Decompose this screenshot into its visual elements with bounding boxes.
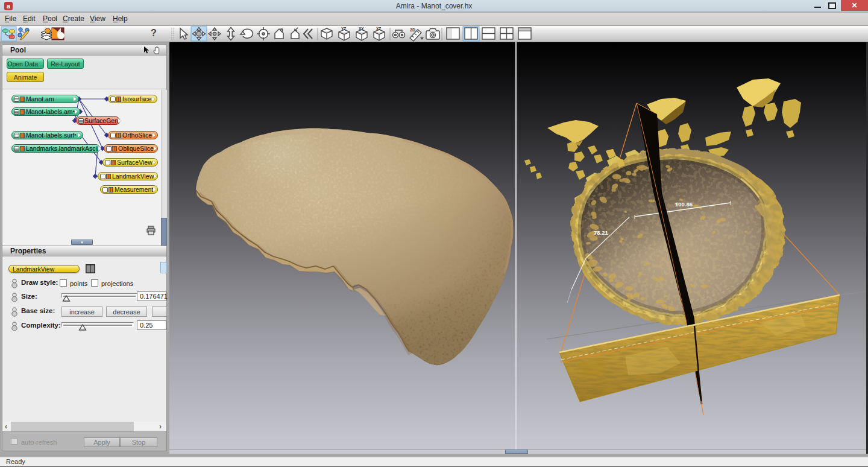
svg-text:XY: XY: [359, 27, 364, 31]
svg-text:100.86: 100.86: [675, 201, 693, 208]
svg-text:78.21: 78.21: [594, 229, 608, 236]
svg-text:2D: 2D: [410, 28, 415, 32]
svg-text:XZ: XZ: [376, 27, 381, 31]
svg-text:YZ: YZ: [341, 27, 346, 31]
